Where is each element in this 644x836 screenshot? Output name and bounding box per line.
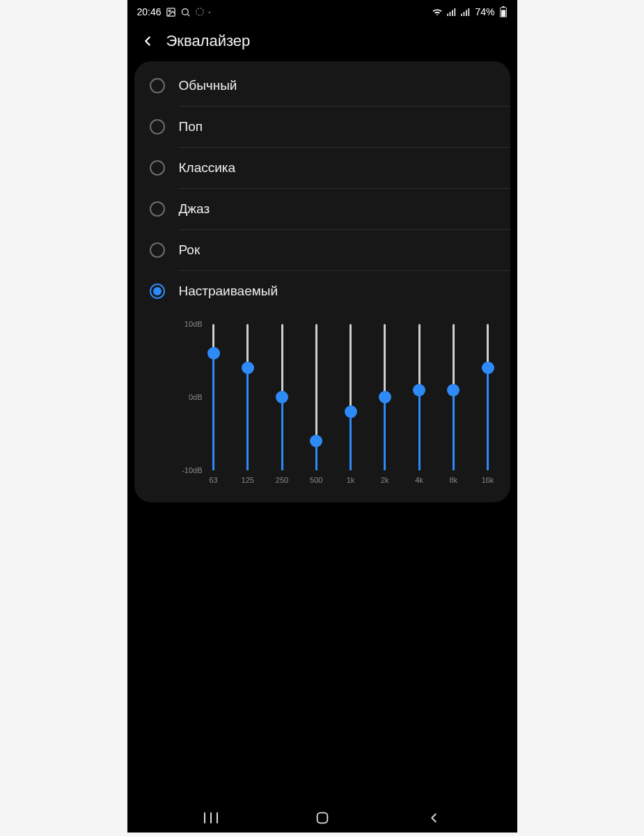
eq-x-label: 16k xyxy=(481,476,495,484)
battery-icon xyxy=(499,6,508,17)
eq-band[interactable] xyxy=(446,324,460,470)
eq-y-label: 10dB xyxy=(179,320,203,328)
eq-band[interactable] xyxy=(412,324,426,470)
battery-text: 74% xyxy=(475,6,494,17)
settings-card: ОбычныйПопКлассикаДжазРокНастраиваемый 1… xyxy=(134,61,510,502)
preset-row[interactable]: Рок xyxy=(134,230,510,270)
svg-point-1 xyxy=(168,10,171,12)
eq-fill xyxy=(418,390,421,471)
eq-x-label: 8k xyxy=(446,476,460,484)
signal-icon-1 xyxy=(447,8,457,16)
nav-back-button[interactable] xyxy=(420,804,448,832)
svg-rect-11 xyxy=(466,10,467,16)
eq-track xyxy=(350,324,352,470)
svg-rect-8 xyxy=(455,8,456,16)
eq-thumb[interactable] xyxy=(379,391,391,403)
equalizer-chart: 10dB0dB-10dB 631252505001k2k4k8k16k xyxy=(179,324,495,484)
svg-point-4 xyxy=(196,8,203,16)
eq-track xyxy=(212,324,214,470)
eq-thumb[interactable] xyxy=(242,362,254,374)
loading-icon xyxy=(195,7,205,17)
preset-label: Настраиваемый xyxy=(179,284,278,299)
radio-icon xyxy=(150,242,165,258)
preset-row[interactable]: Джаз xyxy=(134,189,510,229)
recents-button[interactable] xyxy=(197,804,225,832)
eq-band[interactable] xyxy=(378,324,392,470)
svg-point-2 xyxy=(182,8,188,15)
svg-rect-6 xyxy=(450,12,451,16)
eq-fill xyxy=(246,368,249,470)
svg-rect-7 xyxy=(452,10,453,16)
eq-fill xyxy=(453,390,455,471)
wifi-icon xyxy=(432,7,443,17)
eq-fill xyxy=(281,397,283,470)
radio-icon xyxy=(150,78,165,93)
dot-icon: • xyxy=(209,9,211,15)
eq-fill xyxy=(350,412,352,470)
search-icon xyxy=(180,7,191,17)
eq-band[interactable] xyxy=(241,324,255,470)
eq-y-label: 0dB xyxy=(179,393,203,401)
preset-label: Обычный xyxy=(179,78,237,93)
preset-row[interactable]: Обычный xyxy=(134,65,510,106)
eq-x-label: 63 xyxy=(207,476,221,484)
eq-track xyxy=(453,324,455,470)
eq-band[interactable] xyxy=(481,324,495,470)
radio-icon xyxy=(150,201,165,217)
eq-x-label: 500 xyxy=(309,476,323,484)
eq-thumb[interactable] xyxy=(207,347,220,359)
preset-row[interactable]: Поп xyxy=(134,107,510,147)
eq-track xyxy=(487,324,489,470)
svg-line-3 xyxy=(187,14,189,16)
preset-label: Рок xyxy=(179,242,201,258)
eq-thumb[interactable] xyxy=(276,391,288,403)
status-left: 20:46 • xyxy=(137,6,211,17)
eq-band[interactable] xyxy=(207,324,221,470)
home-button[interactable] xyxy=(308,804,336,832)
eq-y-label: -10dB xyxy=(179,466,203,474)
phone-frame: 20:46 • 74% xyxy=(127,0,517,833)
eq-track xyxy=(315,324,317,470)
eq-x-label: 2k xyxy=(378,476,392,484)
preset-list: ОбычныйПопКлассикаДжазРокНастраиваемый xyxy=(134,65,510,311)
image-icon xyxy=(166,7,176,17)
eq-thumb[interactable] xyxy=(345,405,357,418)
eq-thumb[interactable] xyxy=(447,384,460,396)
preset-row[interactable]: Настраиваемый xyxy=(134,271,510,311)
eq-x-label: 250 xyxy=(275,476,289,484)
preset-label: Поп xyxy=(179,119,203,134)
radio-icon xyxy=(150,119,165,134)
preset-label: Классика xyxy=(179,160,236,176)
svg-rect-9 xyxy=(462,14,463,16)
nav-bar xyxy=(127,803,517,833)
back-button[interactable] xyxy=(137,31,158,52)
eq-track xyxy=(281,324,283,470)
radio-icon xyxy=(150,160,165,176)
svg-rect-15 xyxy=(502,6,505,8)
eq-fill xyxy=(487,368,489,470)
app-header: Эквалайзер xyxy=(127,24,517,61)
eq-thumb[interactable] xyxy=(413,384,425,396)
status-bar: 20:46 • 74% xyxy=(127,0,517,24)
status-right: 74% xyxy=(432,6,507,17)
radio-icon xyxy=(150,284,165,299)
svg-rect-5 xyxy=(448,14,449,16)
svg-rect-10 xyxy=(464,12,465,16)
eq-thumb[interactable] xyxy=(482,362,494,374)
eq-track xyxy=(418,324,421,470)
eq-band[interactable] xyxy=(275,324,289,470)
page-title: Эквалайзер xyxy=(166,32,251,50)
eq-x-label: 1k xyxy=(344,476,358,484)
eq-track xyxy=(246,324,249,470)
svg-rect-12 xyxy=(469,8,470,16)
preset-label: Джаз xyxy=(179,201,210,217)
eq-band[interactable] xyxy=(344,324,358,470)
eq-fill xyxy=(212,353,214,470)
eq-thumb[interactable] xyxy=(310,435,322,447)
status-time: 20:46 xyxy=(137,6,162,17)
eq-band[interactable] xyxy=(309,324,323,470)
svg-rect-19 xyxy=(317,813,327,823)
preset-row[interactable]: Классика xyxy=(134,148,510,188)
eq-x-label: 4k xyxy=(412,476,426,484)
signal-icon-2 xyxy=(461,8,471,16)
